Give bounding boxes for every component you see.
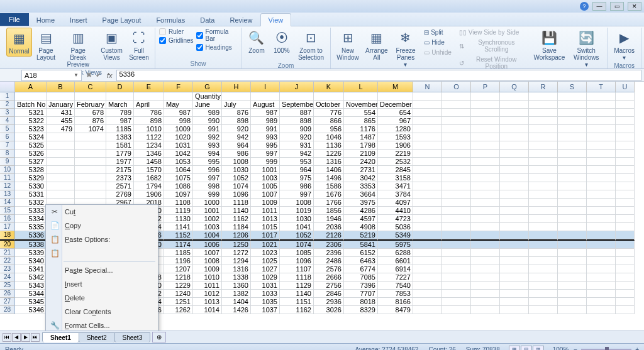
cell[interactable]: 1003 [251,174,280,182]
cell[interactable]: 1234 [134,141,164,150]
cell[interactable]: 1382 [222,290,251,298]
chevron-down-icon[interactable]: ▼ [74,72,79,78]
cell[interactable]: 1272 [222,249,251,257]
cell[interactable] [413,174,442,182]
cell[interactable]: 1162 [280,306,314,314]
context-paste-special[interactable]: Paste Special... [46,263,158,277]
cell[interactable] [442,166,471,174]
cell[interactable]: 8479 [378,306,413,314]
cell[interactable] [529,109,558,117]
cell[interactable]: 942 [280,150,314,158]
cell[interactable] [616,265,635,273]
cell[interactable] [500,306,529,314]
cell[interactable]: 1013 [251,215,280,223]
cell[interactable]: 1015 [251,223,280,231]
cell[interactable]: 1030 [222,166,251,174]
cell[interactable] [442,133,471,141]
cell[interactable]: 1000 [193,199,222,207]
cell[interactable]: 1008 [222,158,251,166]
cell[interactable] [500,265,529,273]
cell[interactable]: 1041 [280,223,314,231]
cell[interactable]: 1766 [314,199,344,207]
column-header-E[interactable]: E [134,82,164,92]
cell[interactable]: 1360 [222,282,251,290]
cell[interactable]: 1262 [164,306,193,314]
cell[interactable] [616,101,635,109]
cell[interactable] [587,174,616,182]
cell[interactable]: 1003 [193,223,222,231]
cell[interactable] [616,158,635,166]
row-header[interactable]: 8 [0,150,15,158]
cell[interactable]: 997 [251,150,280,158]
cell[interactable] [529,117,558,125]
page-break-view-icon[interactable]: ▥ [533,346,544,351]
cell[interactable] [15,92,47,101]
cell[interactable] [75,190,106,199]
context-insert[interactable]: Insert [46,277,158,291]
cell[interactable]: 1108 [164,199,193,207]
cell[interactable] [500,150,529,158]
cell[interactable]: 1586 [314,182,344,190]
cell[interactable] [442,101,471,109]
cell[interactable] [75,174,106,182]
row-header[interactable]: 2 [0,101,15,109]
cell[interactable] [134,92,164,101]
cell[interactable]: 898 [222,117,251,125]
cell[interactable] [529,207,558,215]
gridlines-checkbox[interactable]: Gridlines [159,36,193,45]
cell[interactable] [587,257,616,265]
cell[interactable]: 431 [47,109,75,117]
cell[interactable]: 1031 [164,141,193,150]
cell[interactable] [500,199,529,207]
cell[interactable]: 1005 [251,182,280,190]
cell[interactable] [314,92,344,101]
cell[interactable]: February [75,101,106,109]
cell[interactable]: 1856 [314,207,344,215]
cell[interactable]: 1096 [222,190,251,199]
cell[interactable] [558,207,587,215]
cell[interactable] [500,298,529,306]
tab-data[interactable]: Data [192,14,222,26]
sheet-tab-sheet2[interactable]: Sheet2 [79,332,115,342]
cell[interactable]: 2036 [314,223,344,231]
cell[interactable] [616,223,635,231]
cell[interactable]: December [378,101,413,109]
cell[interactable]: 1118 [280,273,314,282]
cell[interactable] [587,249,616,257]
zoom-out-button[interactable]: − [574,346,577,350]
cell[interactable] [280,92,314,101]
cell[interactable] [442,207,471,215]
cell[interactable]: 909 [280,125,314,133]
column-header-O[interactable]: O [442,82,471,92]
cell[interactable]: 5325 [15,141,47,150]
cell[interactable]: 1185 [106,125,134,133]
cell[interactable]: 5975 [378,241,413,249]
cell[interactable]: 1136 [314,141,344,150]
cell[interactable] [47,158,75,166]
cell[interactable]: 876 [75,117,106,125]
cell[interactable] [587,290,616,298]
cell[interactable]: 5345 [15,298,47,306]
cell[interactable]: 1052 [280,231,314,239]
freeze-panes-button[interactable]: ❄Freeze Panes ▾ [392,28,419,69]
cell[interactable] [558,158,587,166]
cell[interactable]: 1017 [251,231,280,239]
cell[interactable]: 1001 [251,166,280,174]
cell[interactable] [442,306,471,314]
cell[interactable]: 2756 [314,282,344,290]
cell[interactable]: 5323 [15,125,47,133]
cell[interactable] [500,174,529,182]
cell[interactable] [587,125,616,133]
cell[interactable]: 786 [134,109,164,117]
cell[interactable]: 1570 [134,166,164,174]
cell[interactable]: 776 [314,109,344,117]
cell[interactable]: 5344 [15,290,47,298]
cell[interactable]: 1458 [134,158,164,166]
cell[interactable] [413,182,442,190]
cell[interactable]: 987 [164,109,193,117]
sheet-tab-sheet1[interactable]: Sheet1 [42,332,79,342]
cell[interactable]: 2845 [378,166,413,174]
cell[interactable]: 998 [164,117,193,125]
row-header[interactable]: 5 [0,125,15,133]
cell[interactable]: 1020 [164,133,193,141]
